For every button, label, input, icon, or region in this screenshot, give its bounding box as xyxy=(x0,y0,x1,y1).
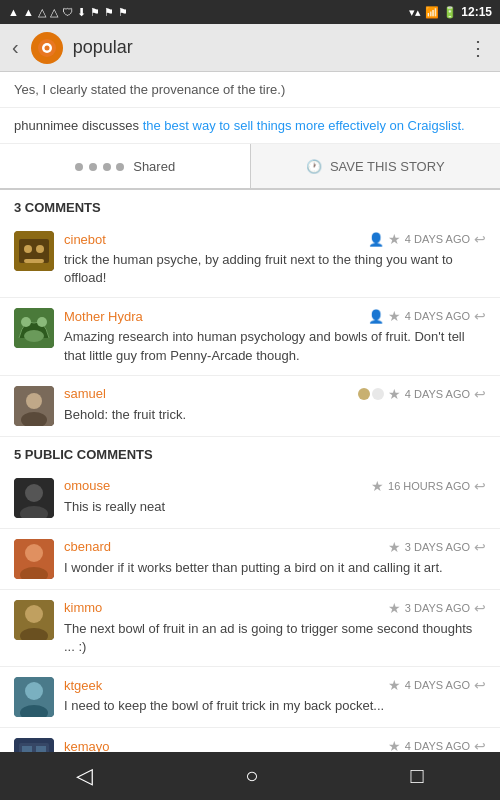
clock-icon: 🕐 xyxy=(306,159,322,174)
comment-body-cbenard: cbenard ★ 3 DAYS AGO ↩ I wonder if it wo… xyxy=(64,539,486,579)
reply-icon-ktgeek[interactable]: ↩ xyxy=(474,677,486,693)
comment-author-motherhydra[interactable]: Mother Hydra xyxy=(64,309,143,324)
download-icon: ⬇ xyxy=(77,6,86,19)
star-icon-cbenard[interactable]: ★ xyxy=(388,539,401,555)
comment-motherhydra: Mother Hydra 👤 ★ 4 DAYS AGO ↩ Amazing re… xyxy=(0,298,500,375)
comment-header-samuel: samuel ★ 4 DAYS AGO ↩ xyxy=(64,386,486,402)
comment-text-cbenard: I wonder if it works better than putting… xyxy=(64,559,486,577)
public-comments-section-header: 5 PUBLIC COMMENTS xyxy=(0,437,500,468)
comment-meta-kemayo: ★ 4 DAYS AGO ↩ xyxy=(388,738,486,752)
comment-time-omouse: 16 HOURS AGO xyxy=(388,480,470,492)
comment-author-cinebot[interactable]: cinebot xyxy=(64,232,106,247)
comment-time-kemayo: 4 DAYS AGO xyxy=(405,740,470,752)
reply-icon-cinebot[interactable]: ↩ xyxy=(474,231,486,247)
comment-author-ktgeek[interactable]: ktgeek xyxy=(64,678,102,693)
svg-point-2 xyxy=(44,45,49,50)
comment-author-omouse[interactable]: omouse xyxy=(64,478,110,493)
avatar-ktgeek xyxy=(14,677,54,717)
user-image-samuel xyxy=(358,388,384,400)
comment-body-kemayo: kemayo ★ 4 DAYS AGO ↩ The Craigslist fru… xyxy=(64,738,486,752)
shared-dots-icon xyxy=(74,159,125,174)
triangle-icon-2: ▲ xyxy=(23,6,34,18)
comments-section: 3 COMMENTS cinebot 👤 ★ xyxy=(0,190,500,437)
triangle-icon-1: ▲ xyxy=(8,6,19,18)
comment-body-cinebot: cinebot 👤 ★ 4 DAYS AGO ↩ trick the human… xyxy=(64,231,486,287)
toolbar: ‹ popular ⋮ xyxy=(0,24,500,72)
reply-icon-samuel[interactable]: ↩ xyxy=(474,386,486,402)
reply-icon-cbenard[interactable]: ↩ xyxy=(474,539,486,555)
star-icon-cinebot[interactable]: ★ xyxy=(388,231,401,247)
svg-rect-7 xyxy=(24,259,44,263)
article-link-area: phunnimee discusses the best way to sell… xyxy=(0,108,500,144)
comment-text-ktgeek: I need to keep the bowl of fruit trick i… xyxy=(64,697,486,715)
comment-header-motherhydra: Mother Hydra 👤 ★ 4 DAYS AGO ↩ xyxy=(64,308,486,324)
reply-icon-motherhydra[interactable]: ↩ xyxy=(474,308,486,324)
avatar-kimmo xyxy=(14,600,54,640)
comment-time-cbenard: 3 DAYS AGO xyxy=(405,541,470,553)
star-icon-samuel[interactable]: ★ xyxy=(388,386,401,402)
comment-body-ktgeek: ktgeek ★ 4 DAYS AGO ↩ I need to keep the… xyxy=(64,677,486,717)
comment-header-omouse: omouse ★ 16 HOURS AGO ↩ xyxy=(64,478,486,494)
comment-time-samuel: 4 DAYS AGO xyxy=(405,388,470,400)
avatar-omouse xyxy=(14,478,54,518)
article-link[interactable]: the best way to sell things more effecti… xyxy=(143,118,465,133)
avatar-cinebot xyxy=(14,231,54,271)
article-verb: discusses xyxy=(78,118,142,133)
comment-meta-cinebot: 👤 ★ 4 DAYS AGO ↩ xyxy=(368,231,486,247)
comment-kemayo: kemayo ★ 4 DAYS AGO ↩ The Craigslist fru… xyxy=(0,728,500,752)
star-icon-omouse[interactable]: ★ xyxy=(371,478,384,494)
svg-point-10 xyxy=(37,317,47,327)
comment-kimmo: kimmo ★ 3 DAYS AGO ↩ The next bowl of fr… xyxy=(0,590,500,667)
svg-point-5 xyxy=(24,245,32,253)
comment-time-motherhydra: 4 DAYS AGO xyxy=(405,310,470,322)
svg-point-22 xyxy=(25,605,43,623)
comment-header-cinebot: cinebot 👤 ★ 4 DAYS AGO ↩ xyxy=(64,231,486,247)
comment-samuel: samuel ★ 4 DAYS AGO ↩ Behold: the fruit … xyxy=(0,376,500,437)
comment-body-samuel: samuel ★ 4 DAYS AGO ↩ Behold: the fruit … xyxy=(64,386,486,426)
home-nav-icon: ○ xyxy=(245,763,258,788)
recent-nav-button[interactable]: □ xyxy=(411,763,424,789)
content-area: Yes, I clearly stated the provenance of … xyxy=(0,72,500,752)
star-icon-kemayo[interactable]: ★ xyxy=(388,738,401,752)
comment-header-cbenard: cbenard ★ 3 DAYS AGO ↩ xyxy=(64,539,486,555)
comment-body-motherhydra: Mother Hydra 👤 ★ 4 DAYS AGO ↩ Amazing re… xyxy=(64,308,486,364)
back-nav-button[interactable]: ◁ xyxy=(76,763,93,789)
reply-icon-kimmo[interactable]: ↩ xyxy=(474,600,486,616)
comment-text-motherhydra: Amazing research into human psychology a… xyxy=(64,328,486,364)
comment-meta-omouse: ★ 16 HOURS AGO ↩ xyxy=(371,478,486,494)
comment-meta-motherhydra: 👤 ★ 4 DAYS AGO ↩ xyxy=(368,308,486,324)
status-bar: ▲ ▲ △ △ 🛡 ⬇ ⚑ ⚑ ⚑ ▾▴ 📶 🔋 12:15 xyxy=(0,0,500,24)
star-icon-ktgeek[interactable]: ★ xyxy=(388,677,401,693)
menu-button[interactable]: ⋮ xyxy=(468,36,488,60)
comment-header-kemayo: kemayo ★ 4 DAYS AGO ↩ xyxy=(64,738,486,752)
toolbar-title: popular xyxy=(73,37,468,58)
comment-author-cbenard[interactable]: cbenard xyxy=(64,539,111,554)
comment-time-cinebot: 4 DAYS AGO xyxy=(405,233,470,245)
flag-icon-3: ⚑ xyxy=(118,6,128,19)
comment-text-cinebot: trick the human psyche, by adding fruit … xyxy=(64,251,486,287)
star-icon-motherhydra[interactable]: ★ xyxy=(388,308,401,324)
user-icon-motherhydra: 👤 xyxy=(368,309,384,324)
star-icon-kimmo[interactable]: ★ xyxy=(388,600,401,616)
comment-text-samuel: Behold: the fruit trick. xyxy=(64,406,486,424)
comment-cinebot: cinebot 👤 ★ 4 DAYS AGO ↩ trick the human… xyxy=(0,221,500,298)
comment-meta-kimmo: ★ 3 DAYS AGO ↩ xyxy=(388,600,486,616)
app-icon xyxy=(31,32,63,64)
status-time: 12:15 xyxy=(461,5,492,19)
comment-author-kemayo[interactable]: kemayo xyxy=(64,739,110,752)
shared-button[interactable]: Shared xyxy=(0,144,251,188)
comment-meta-samuel: ★ 4 DAYS AGO ↩ xyxy=(358,386,486,402)
action-bar: Shared 🕐 SAVE THIS STORY xyxy=(0,144,500,190)
reply-icon-omouse[interactable]: ↩ xyxy=(474,478,486,494)
home-nav-button[interactable]: ○ xyxy=(245,763,258,789)
save-story-button[interactable]: 🕐 SAVE THIS STORY xyxy=(251,144,501,188)
comment-author-samuel[interactable]: samuel xyxy=(64,386,106,401)
flag-icon-1: ⚑ xyxy=(90,6,100,19)
comment-author-kimmo[interactable]: kimmo xyxy=(64,600,102,615)
back-button[interactable]: ‹ xyxy=(12,36,19,59)
comment-header-kimmo: kimmo ★ 3 DAYS AGO ↩ xyxy=(64,600,486,616)
intro-text: Yes, I clearly stated the provenance of … xyxy=(0,72,500,108)
recent-nav-icon: □ xyxy=(411,763,424,788)
comment-meta-ktgeek: ★ 4 DAYS AGO ↩ xyxy=(388,677,486,693)
reply-icon-kemayo[interactable]: ↩ xyxy=(474,738,486,752)
